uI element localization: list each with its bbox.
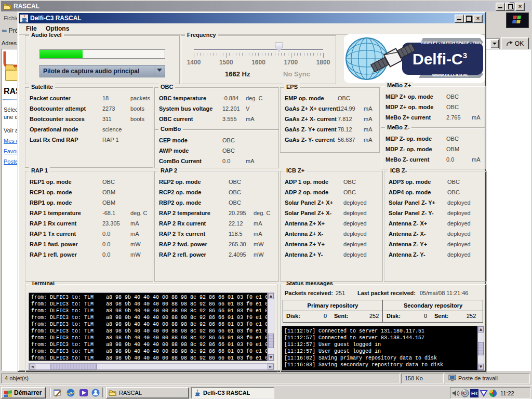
audio-device-combobox[interactable]: Pilote de capture audio principal	[39, 65, 165, 77]
telemetry-row: Antenna Z+ Y+deployed	[281, 241, 382, 251]
status-log-vscrollbar[interactable]: ▲ ▼	[477, 326, 484, 370]
field-unit: mW	[254, 241, 264, 247]
frequency-slider-thumb[interactable]	[275, 43, 283, 51]
telemetry-row: Last Rx Cmd RAPRAP 1	[25, 137, 153, 147]
field-label: Solar Panel Z+ X-	[285, 210, 331, 216]
address-input[interactable]	[485, 38, 500, 49]
field-label: REP1 op. mode	[30, 179, 72, 185]
field-value: 23.305	[102, 220, 120, 227]
start-button[interactable]: Démarrer	[1, 387, 46, 398]
field-value: OBC	[343, 179, 356, 185]
language-indicator[interactable]: FR	[470, 389, 478, 397]
field-value: OBC	[222, 148, 235, 154]
field-label: GaAs Z+ X+ current	[285, 105, 338, 112]
panel-mebo-zm: MeBo Z-MEP Z- op. modeOBCMDP Z- op. mode…	[381, 128, 486, 169]
sidebar-link[interactable]: Poste	[4, 158, 18, 165]
field-value: 0.0	[102, 241, 110, 247]
terminal-hscrollbar[interactable]: ◄ ►	[29, 363, 274, 370]
telemetry-row: Solar Panel Z+ X-deployed	[281, 210, 382, 220]
field-value: 20.295	[229, 210, 246, 216]
field-label: RAP 2 temperature	[159, 210, 210, 216]
field-value: deployed	[447, 241, 471, 247]
field-value: deployed	[447, 220, 471, 227]
field-value: 0.0	[222, 158, 230, 164]
desktop: RASCAL × Fichier ⇐ Pré Adresse	[0, 0, 532, 399]
terminal-console: from: DLFIC3 to: TLM a8 98 9b 40 40 40 0…	[29, 292, 268, 361]
cd-player-icon[interactable]	[461, 389, 469, 397]
field-value: 311	[102, 116, 112, 122]
repository-table: Primary repository Secondary repository …	[283, 300, 483, 323]
panel-terminal: Terminal from: DLFIC3 to: TLM a8 98 9b 4…	[25, 284, 277, 373]
panel-combo: ComBoCEP modeOBCAWP modeOBCComBo Current…	[154, 129, 279, 168]
telemetry-row: RAP 2 temperature20.295deg. C	[155, 210, 278, 220]
field-unit: mW	[130, 251, 141, 258]
sidebar-link[interactable]: Favor	[4, 148, 18, 154]
table-header-primary: Primary repository	[283, 300, 383, 311]
field-unit: boots	[130, 105, 144, 112]
telemetry-row: RAP 2 Rx current22.12mA	[155, 220, 278, 231]
telemetry-row: REP1 op. modeOBC	[25, 179, 153, 189]
telemetry-row: Bootcounter attempt2273boots	[25, 105, 153, 116]
status-log-line: [11:16:02] Saving primary repository dat…	[284, 355, 477, 362]
field-value: 7.812	[338, 116, 352, 122]
explorer-minimize-button[interactable]	[496, 3, 505, 11]
ie-throbber-logo	[506, 12, 529, 28]
status-log-line: [11:12:57] User guest logged in	[284, 341, 477, 348]
panel-status-messages: Status messages Packets received: 251 La…	[280, 284, 487, 373]
telemetry-row: Solar Panel Z- Y+deployed	[384, 200, 486, 210]
quicklaunch-internet-explorer-icon[interactable]: e	[66, 388, 75, 397]
terminal-line: from: DLFIC3 to: TLM a8 98 9b 40 40 40 0…	[31, 321, 267, 328]
terminal-line: from: DLFIC3 to: TLM a8 98 9b 40 40 40 0…	[31, 314, 267, 321]
field-label: Antenna Z+ Y+	[285, 241, 325, 247]
field-unit: packets	[130, 95, 150, 101]
taskbar-task-rascal[interactable]: RASCAL	[106, 387, 189, 398]
display-tray-icon[interactable]	[480, 389, 488, 397]
field-label: ComBo Current	[159, 158, 202, 164]
combobox-arrow-icon	[154, 65, 165, 77]
taskbar-task-delfi-c3-rascal[interactable]: Delfi-C3 RASCAL	[191, 387, 274, 398]
frequency-tick-label: 1800	[316, 59, 330, 66]
volume-icon[interactable]	[451, 389, 460, 397]
table-row-primary: Disk: 0 Sent: 252	[283, 311, 383, 322]
telemetry-row: CEP modeOBC	[155, 137, 278, 148]
telemetry-row: GaAs Z+ X- current7.812mA	[281, 116, 379, 126]
field-value: deployed	[447, 251, 471, 258]
frequency-slider-track[interactable]	[194, 49, 323, 50]
field-label: Bootcounter succes	[30, 116, 85, 122]
go-button[interactable]: OK	[501, 37, 529, 50]
quicklaunch-show-desktop-icon[interactable]	[53, 388, 62, 397]
field-unit: mA	[254, 220, 262, 227]
windows-logo-icon	[4, 389, 12, 397]
color-ball-tray-icon[interactable]	[489, 389, 497, 397]
terminal-vscrollbar[interactable]: ▲ ▼	[268, 292, 274, 361]
field-value: OBM	[446, 146, 459, 152]
field-value: 2.4095	[229, 251, 246, 258]
quicklaunch-media-player-icon[interactable]	[79, 388, 88, 397]
field-label: RBP1 op. mode	[30, 200, 72, 206]
telemetry-row: GaAs Z- Y- current56.637mA	[281, 137, 379, 147]
field-label: Antenna Z- Y+	[389, 241, 427, 247]
panel-title: Satellite	[29, 84, 55, 90]
frequency-tick-label: 1500	[219, 59, 233, 66]
explorer-restore-button[interactable]	[505, 3, 514, 11]
folder-icon	[3, 2, 11, 10]
terminal-line: from: DLFIC3 to: TLM a8 98 9b 40 40 40 0…	[31, 301, 267, 308]
last-packet-label: Last packet received:	[357, 290, 416, 296]
telemetry-row: REP2 op. modeOBC	[155, 179, 278, 189]
field-label: RAP 1 refl. power	[30, 251, 77, 258]
go-arrow-icon	[506, 41, 513, 47]
back-arrow-icon: ⇐	[2, 27, 7, 34]
field-unit: mA	[364, 116, 373, 122]
field-unit: mA	[364, 126, 373, 132]
telemetry-row: MDP Z- op. modeOBM	[381, 146, 485, 156]
back-button[interactable]: ⇐ Pré	[2, 27, 18, 34]
field-value: deployed	[343, 200, 367, 206]
explorer-close-button[interactable]: ×	[515, 3, 525, 11]
field-value: deployed	[343, 231, 367, 237]
quicklaunch-messenger-icon[interactable]	[91, 388, 100, 397]
panel-mebo-zp: MeBo Z+MEP Z+ op. modeOBCMDP Z+ op. mode…	[381, 86, 486, 128]
field-label: MeBo Z+ current	[385, 114, 431, 121]
primary-disk-value: 0	[324, 313, 327, 319]
address-dropdown-button[interactable]	[490, 39, 499, 48]
field-label: Antenna Z- X+	[389, 220, 427, 227]
